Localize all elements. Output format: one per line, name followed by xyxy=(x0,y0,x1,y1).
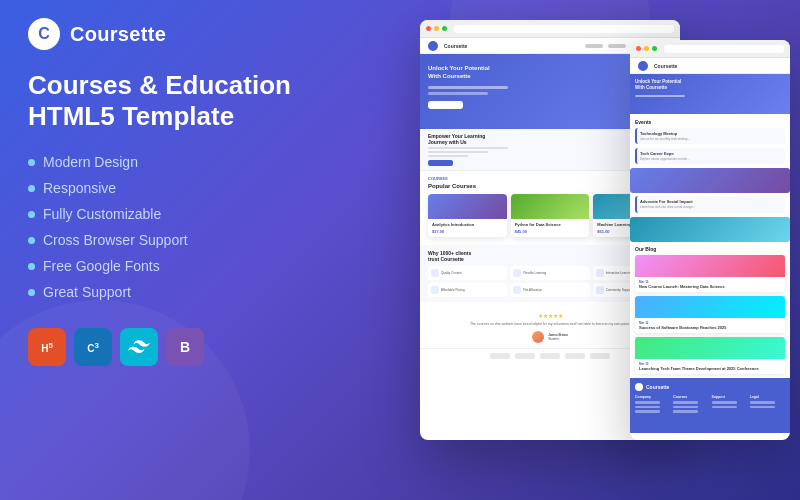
mock-blog-post-title-1: New Course Launch: Mastering Data Scienc… xyxy=(639,284,781,289)
feature-support-text: Great Support xyxy=(43,284,131,300)
feature-fonts-text: Free Google Fonts xyxy=(43,258,160,274)
mock-blog-post-title-3: Launching Tech Team Theme Development at… xyxy=(639,366,781,371)
tailwind-badge xyxy=(120,328,158,366)
mock-footer-link-1-1 xyxy=(635,401,660,404)
mock-footer-col-title-2: Courses xyxy=(673,395,708,399)
mock-empower-line3 xyxy=(428,155,468,157)
partner-1 xyxy=(490,353,510,359)
mock-events-title: Events xyxy=(635,119,785,125)
nav-link-1 xyxy=(585,44,603,48)
mock-empower-line2 xyxy=(428,151,488,153)
mock-avatar xyxy=(532,331,544,343)
mock-card-body-1: Analytics Introduction $27.00 xyxy=(428,219,507,237)
mock-footer-link-3-1 xyxy=(712,401,737,404)
mock-card-price-2: $45.00 xyxy=(515,229,586,234)
mock-card-1: Analytics Introduction $27.00 xyxy=(428,194,507,237)
minimize-dot-r xyxy=(644,46,649,51)
mock-blog-body-3: Mar 10 Launching Tech Team Theme Develop… xyxy=(635,359,785,374)
bullet-responsive xyxy=(28,185,35,192)
mock-stat-icon-6 xyxy=(596,286,604,294)
close-dot xyxy=(426,26,431,31)
logo-circle: C xyxy=(28,18,60,50)
hero-sm-line xyxy=(635,95,685,97)
left-content: Courses & Education HTML5 Template Moder… xyxy=(28,70,298,366)
mock-card-body-2: Python for Data Science $45.00 xyxy=(511,219,590,237)
feature-customizable-text: Fully Customizable xyxy=(43,206,161,222)
browser-chrome-main xyxy=(420,20,680,38)
maximize-dot-r xyxy=(652,46,657,51)
bootstrap-badge: B xyxy=(166,328,204,366)
mock-hero-title: Unlock Your PotentialWith Coursette xyxy=(428,64,548,81)
mock-footer-link-1-2 xyxy=(635,406,660,409)
browser-chrome-right xyxy=(630,40,790,58)
mock-footer-link-2-1 xyxy=(673,401,698,404)
mock-footer-col-title-1: Company xyxy=(635,395,670,399)
mock-author-info: James Brown Student xyxy=(548,333,568,341)
feature-fonts: Free Google Fonts xyxy=(28,258,298,274)
mock-stat-text-6: Community Support xyxy=(606,288,633,292)
mock-logo-sm xyxy=(428,41,438,51)
mock-empower-line1 xyxy=(428,147,508,149)
mock-stat-4: Affordable Pricing xyxy=(428,283,507,297)
mock-footer-grid: Company Courses Support Lega xyxy=(635,395,785,415)
mock-event-title-1: Technology Meetup xyxy=(640,131,782,136)
main-title-line1: Courses & Education xyxy=(28,70,291,100)
mock-footer-col-4: Legal xyxy=(750,395,785,415)
feature-modern: Modern Design xyxy=(28,154,298,170)
main-title: Courses & Education HTML5 Template xyxy=(28,70,298,132)
mock-blog-title: Our Blog xyxy=(635,246,785,252)
mock-stat-icon-5 xyxy=(513,286,521,294)
maximize-dot xyxy=(442,26,447,31)
tech-badges: H5 C3 B xyxy=(28,328,298,366)
mock-hero-sub xyxy=(428,86,508,89)
bullet-customizable xyxy=(28,211,35,218)
feature-crossbrowser-text: Cross Browser Support xyxy=(43,232,188,248)
mock-stat-text-1: Quality Content xyxy=(441,271,462,275)
mock-stat-icon-2 xyxy=(513,269,521,277)
mock-hero-sm-txt: Unlock Your PotentialWith Coursette xyxy=(635,79,785,92)
mock-footer-sm: Coursette Company Courses Support xyxy=(630,378,790,433)
mock-event-title-3: Advocate For Social Impact xyxy=(640,199,782,204)
main-title-line2: HTML5 Template xyxy=(28,101,234,131)
minimize-dot xyxy=(434,26,439,31)
mock-event-img-2 xyxy=(630,217,790,242)
mock-footer-link-3-2 xyxy=(712,406,737,409)
mock-footer-link-4-2 xyxy=(750,406,775,409)
mock-card-img-1 xyxy=(428,194,507,219)
url-bar-r xyxy=(664,45,784,53)
mock-footer-link-2-2 xyxy=(673,406,698,409)
mock-hero-btn xyxy=(428,101,463,109)
mock-stat-icon-4 xyxy=(431,286,439,294)
html5-badge: H5 xyxy=(28,328,66,366)
mock-card-title-2: Python for Data Science xyxy=(515,222,586,227)
mock-footer-brand: Coursette xyxy=(646,384,669,390)
mock-blog-card-2: Mar 12 Success of Software Bootcamp Reac… xyxy=(635,296,785,333)
feature-crossbrowser: Cross Browser Support xyxy=(28,232,298,248)
mock-blog-img-3 xyxy=(635,337,785,359)
bootstrap-label: B xyxy=(180,339,190,355)
feature-responsive: Responsive xyxy=(28,180,298,196)
mock-footer-col-title-4: Legal xyxy=(750,395,785,399)
mock-footer-link-4-1 xyxy=(750,401,775,404)
mock-event-title-2: Tech Career Expo xyxy=(640,151,782,156)
css3-label: C3 xyxy=(87,341,99,354)
html5-label: H5 xyxy=(41,341,53,354)
mock-hero-sm: Unlock Your PotentialWith Coursette xyxy=(630,74,790,114)
screenshots-container: Coursette Unlock Your PotentialWith Cour… xyxy=(360,0,800,500)
mock-stat-icon-3 xyxy=(596,269,604,277)
mock-event-3: Advocate For Social Impact Learn how tec… xyxy=(635,196,785,212)
feature-support: Great Support xyxy=(28,284,298,300)
css3-badge: C3 xyxy=(74,328,112,366)
bullet-support xyxy=(28,289,35,296)
mock-footer-col-1: Company xyxy=(635,395,670,415)
mock-footer-link-2-3 xyxy=(673,410,698,413)
mock-stat-text-3: Interactive Learning xyxy=(606,271,632,275)
screenshot-right: Coursette Unlock Your PotentialWith Cour… xyxy=(630,40,790,440)
bullet-modern xyxy=(28,159,35,166)
tailwind-icon xyxy=(128,340,150,354)
partner-4 xyxy=(565,353,585,359)
mock-stat-1: Quality Content xyxy=(428,266,507,280)
mock-author-role: Student xyxy=(548,337,568,341)
mock-stat-2: Flexible Learning xyxy=(510,266,589,280)
close-dot-r xyxy=(636,46,641,51)
